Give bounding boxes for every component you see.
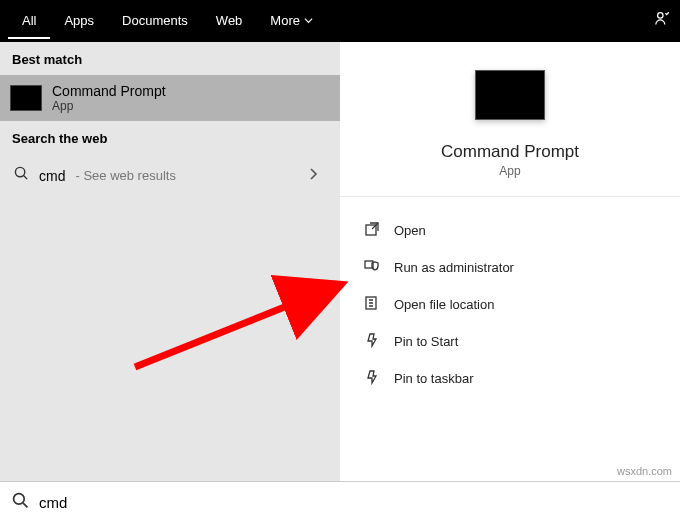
detail-pane: Command Prompt App Open Run as administr… [340,42,680,481]
action-open-file-location[interactable]: Open file location [360,289,660,320]
action-pin-to-taskbar[interactable]: Pin to taskbar [360,363,660,394]
pin-start-icon [364,332,380,351]
search-bar [0,481,680,523]
detail-subtitle: App [499,164,520,178]
action-open[interactable]: Open [360,215,660,246]
action-open-label: Open [394,223,426,238]
detail-header: Command Prompt App [340,42,680,197]
account-icon[interactable] [654,10,672,31]
folder-icon [364,295,380,314]
action-pin-to-start[interactable]: Pin to Start [360,326,660,357]
tab-documents[interactable]: Documents [108,3,202,39]
tab-web[interactable]: Web [202,3,257,39]
search-icon [14,166,29,185]
result-command-prompt[interactable]: Command Prompt App [0,75,340,121]
web-query: cmd [39,168,65,184]
result-title: Command Prompt [52,83,166,99]
pin-taskbar-icon [364,369,380,388]
result-text: Command Prompt App [52,83,166,113]
actions-list: Open Run as administrator Open file loca… [340,197,680,412]
tab-more-label: More [270,13,300,28]
tab-all[interactable]: All [8,3,50,39]
svg-point-1 [15,167,24,176]
web-result-cmd[interactable]: cmd - See web results [0,154,340,197]
action-run-as-administrator[interactable]: Run as administrator [360,252,660,283]
result-subtitle: App [52,99,166,113]
search-input[interactable] [39,494,668,511]
action-pin-taskbar-label: Pin to taskbar [394,371,474,386]
open-icon [364,221,380,240]
cmd-icon [10,85,42,111]
chevron-down-icon [304,13,313,28]
shield-icon [364,258,380,277]
search-icon [12,492,29,513]
chevron-right-icon [308,167,318,185]
search-web-heading: Search the web [0,121,340,154]
best-match-heading: Best match [0,42,340,75]
search-tabs: All Apps Documents Web More [0,0,680,42]
results-pane: Best match Command Prompt App Search the… [0,42,340,481]
watermark: wsxdn.com [617,465,672,477]
tab-more[interactable]: More [256,3,327,39]
action-run-admin-label: Run as administrator [394,260,514,275]
tab-apps[interactable]: Apps [50,3,108,39]
svg-point-0 [658,13,663,18]
svg-point-7 [14,494,25,505]
svg-line-2 [24,176,27,179]
action-pin-start-label: Pin to Start [394,334,458,349]
svg-line-8 [23,503,27,507]
action-open-loc-label: Open file location [394,297,494,312]
detail-title: Command Prompt [441,142,579,162]
cmd-large-icon [475,70,545,120]
web-hint: - See web results [75,168,175,183]
